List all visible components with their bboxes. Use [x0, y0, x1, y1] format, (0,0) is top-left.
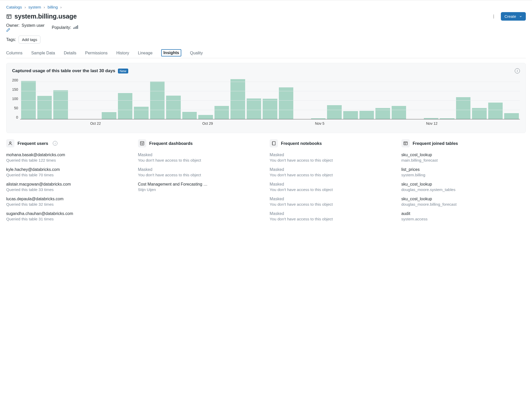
tab-lineage[interactable]: Lineage [138, 49, 152, 58]
list-item-secondary: system.billing [401, 173, 526, 177]
list-item-primary: lucas.depaula@databricks.com [6, 197, 131, 201]
owner-label: Owner: [6, 23, 20, 28]
chart-bar[interactable] [247, 98, 261, 119]
edit-owner-button[interactable] [6, 28, 47, 32]
y-tick: 50 [14, 106, 18, 110]
list-item[interactable]: alistair.macgowan@databricks.comQueried … [6, 182, 131, 192]
list-item[interactable]: sugandha.chauhan@databricks.comQueried t… [6, 211, 131, 221]
tab-history[interactable]: History [116, 49, 129, 58]
chart-bar[interactable] [118, 93, 133, 119]
list-item-secondary: Queried this table 122 times [6, 158, 131, 163]
info-icon[interactable]: i [515, 68, 520, 73]
chart-bar[interactable] [327, 105, 342, 119]
table-icon [401, 139, 410, 147]
list-item-secondary: You don't have access to this object [270, 217, 394, 221]
create-button[interactable]: Create [501, 12, 526, 21]
list-item[interactable]: MaskedYou don't have access to this obje… [138, 167, 263, 177]
list-item-primary: Masked [270, 182, 394, 187]
list-item-secondary: Queried this table 31 times [6, 217, 131, 221]
chart-bar[interactable] [359, 111, 374, 119]
svg-rect-10 [272, 142, 275, 145]
breadcrumb-link-system[interactable]: system [28, 5, 41, 10]
list-item-secondary: You don't have access to this object [138, 158, 263, 163]
svg-point-5 [493, 17, 494, 18]
tags-row: Tags: Add tags [6, 36, 526, 44]
chart-bar[interactable] [279, 87, 294, 119]
chart-bar[interactable] [37, 96, 52, 119]
panel-title: Captured usage of this table over the la… [12, 68, 115, 73]
meta-row: Owner: System user Popularity: [6, 23, 526, 32]
list-item-secondary: Queried this table 32 times [6, 202, 131, 207]
y-tick: 200 [12, 78, 18, 82]
breadcrumb-link-catalogs[interactable]: Catalogs [6, 5, 22, 10]
list-item[interactable]: sku_cost_lookupmain.billing_forecast [401, 153, 526, 163]
breadcrumb: Catalogs › system › billing › [6, 5, 526, 10]
breadcrumb-link-billing[interactable]: billing [48, 5, 58, 10]
list-item[interactable]: MaskedYou don't have access to this obje… [270, 167, 394, 177]
list-item[interactable]: sku_cost_lookupdouglas_moore.billing_for… [401, 197, 526, 207]
chart-bar[interactable] [263, 99, 277, 119]
list-item-primary: Masked [270, 211, 394, 216]
tab-insights[interactable]: Insights [161, 49, 181, 56]
list-item-primary: Masked [270, 167, 394, 172]
card-title: Frequent users [18, 141, 48, 146]
chevron-right-icon: › [24, 5, 26, 10]
card-title: Frequent dashboards [149, 141, 193, 146]
y-tick: 150 [12, 87, 18, 92]
chart-bar[interactable] [214, 106, 229, 119]
list-item-secondary: Stijn Uijen [138, 187, 263, 192]
list-item[interactable]: lucas.depaula@databricks.comQueried this… [6, 197, 131, 207]
chart-bar[interactable] [343, 111, 358, 119]
svg-point-4 [493, 16, 494, 17]
chart-y-axis: 200150100500 [12, 78, 20, 119]
chart-bar[interactable] [504, 113, 519, 119]
popularity-bars-icon [73, 25, 78, 29]
list-item[interactable]: MaskedYou don't have access to this obje… [138, 153, 263, 163]
list-item[interactable]: list_pricessystem.billing [401, 167, 526, 177]
list-item[interactable]: auditsystem.access [401, 211, 526, 221]
card-title: Frequent joined tables [413, 141, 458, 146]
create-button-label: Create [504, 14, 516, 19]
list-item[interactable]: kyle.hachey@databricks.comQueried this t… [6, 167, 131, 177]
notebook-icon [270, 139, 278, 147]
info-icon[interactable]: i [53, 141, 57, 146]
owner-value: System user [22, 23, 45, 28]
chart-bar[interactable] [53, 90, 68, 119]
list-item[interactable]: sku_cost_lookupdouglas_moore.system_tabl… [401, 182, 526, 192]
chart-bar[interactable] [134, 107, 149, 119]
title-row: system.billing.usage Create [6, 12, 526, 21]
list-item-secondary: You don't have access to this object [270, 187, 394, 192]
list-item-primary: sku_cost_lookup [401, 182, 526, 187]
add-tags-button[interactable]: Add tags [19, 36, 40, 44]
list-item-primary: sku_cost_lookup [401, 197, 526, 201]
list-item-primary: Cost Management and Forecasting … [138, 182, 263, 187]
list-item[interactable]: MaskedYou don't have access to this obje… [270, 211, 394, 221]
chart-x-axis: Oct 22Oct 29Nov 5Nov 12 [23, 121, 520, 127]
list-item[interactable]: MaskedYou don't have access to this obje… [270, 182, 394, 192]
svg-rect-0 [7, 14, 11, 18]
chart-bar[interactable] [488, 103, 503, 119]
tab-permissions[interactable]: Permissions [85, 49, 108, 58]
more-actions-button[interactable] [490, 13, 497, 20]
list-item[interactable]: MaskedYou don't have access to this obje… [270, 197, 394, 207]
list-item-primary: Masked [270, 153, 394, 157]
tab-quality[interactable]: Quality [190, 49, 203, 58]
tab-details[interactable]: Details [64, 49, 76, 58]
list-item[interactable]: mohana.basak@databricks.comQueried this … [6, 153, 131, 163]
list-item[interactable]: MaskedYou don't have access to this obje… [270, 153, 394, 163]
chart-bar[interactable] [392, 106, 406, 119]
y-tick: 100 [12, 97, 18, 101]
tab-sample-data[interactable]: Sample Data [31, 49, 55, 58]
list-item[interactable]: Cost Management and Forecasting …Stijn U… [138, 182, 263, 192]
chart-bar[interactable] [166, 96, 181, 119]
chart-bar[interactable] [182, 112, 197, 119]
list-item-primary: kyle.hachey@databricks.com [6, 167, 131, 172]
chart-bar[interactable] [198, 115, 213, 119]
chart-bar[interactable] [102, 112, 116, 119]
list-item-secondary: douglas_moore.billing_forecast [401, 202, 526, 207]
list-item-secondary: system.access [401, 217, 526, 221]
list-item-primary: sugandha.chauhan@databricks.com [6, 211, 131, 216]
tab-columns[interactable]: Columns [6, 49, 22, 58]
chart-bar[interactable] [230, 79, 245, 119]
table-icon [6, 14, 12, 19]
